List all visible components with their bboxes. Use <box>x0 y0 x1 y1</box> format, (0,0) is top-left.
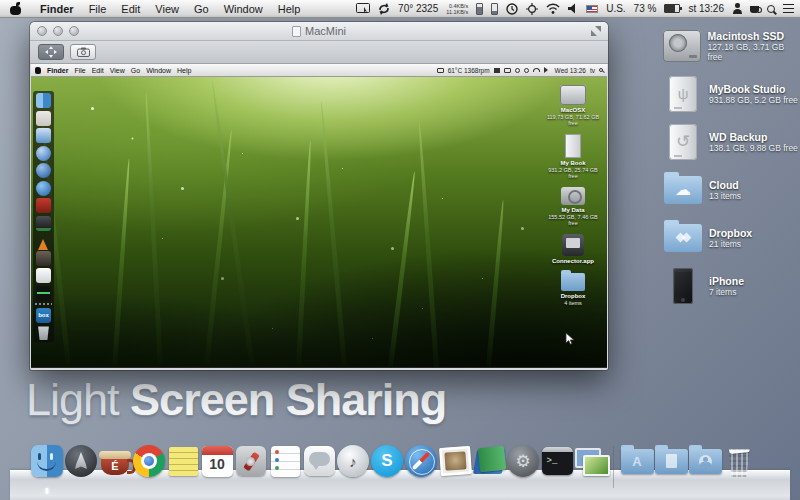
remote-wifi-icon[interactable] <box>533 68 540 72</box>
menu-go[interactable]: Go <box>194 3 209 15</box>
desktop-icon-mybook-studio[interactable]: ψ MyBook Studio 931.88 GB, 5.2 GB free <box>662 74 798 113</box>
user-switch-icon[interactable] <box>732 3 742 14</box>
menubar-clock[interactable]: st 13:26 <box>688 3 724 14</box>
dock-stickies-icon[interactable] <box>166 442 200 480</box>
remote-dock-trash-icon[interactable] <box>36 325 51 340</box>
dock-utility-icon[interactable] <box>234 442 268 480</box>
remote-dock-photos-icon[interactable] <box>36 251 51 266</box>
dock-books-icon[interactable] <box>472 442 506 480</box>
remote-timemachine-icon[interactable] <box>515 68 520 73</box>
dock-folder-applications-icon[interactable]: A <box>620 442 654 480</box>
remote-desktop-wallpaper[interactable]: box MacOSX 119.73 GB, 71.62 GB free My B… <box>31 77 607 367</box>
remote-menu-help[interactable]: Help <box>177 67 191 74</box>
dock-launchpad-icon[interactable] <box>64 442 98 480</box>
battery-percent[interactable]: 73 % <box>634 3 657 14</box>
remote-dock-chair-app-icon[interactable] <box>36 198 51 213</box>
dock-messages-icon[interactable] <box>302 442 336 480</box>
remote-volume-icon[interactable] <box>544 67 551 73</box>
dock-terminal-icon[interactable]: >_ <box>540 442 574 480</box>
remote-dock-box-icon[interactable]: box <box>36 308 51 323</box>
remote-menu-edit[interactable]: Edit <box>92 67 104 74</box>
screen-sharing-icon[interactable] <box>356 3 370 15</box>
dock-reminders-icon[interactable] <box>268 442 302 480</box>
network-speed-readout[interactable]: 0.4KB/s 11.1KB/s <box>446 3 468 15</box>
remote-menu-finder[interactable]: Finder <box>47 67 68 74</box>
dock-itunes-icon[interactable]: ♪ <box>336 442 370 480</box>
memory-meter-icon[interactable] <box>476 3 483 15</box>
remote-menu-file[interactable]: File <box>74 67 85 74</box>
remote-dock-mail-icon[interactable] <box>36 111 51 126</box>
remote-dock-appstore-icon[interactable] <box>36 163 51 178</box>
shared-screen[interactable]: Finder File Edit View Go Window Help 61°… <box>31 64 607 368</box>
remote-monitor-icon[interactable] <box>504 68 511 73</box>
remote-clock[interactable]: Wed 13:26 <box>555 67 586 74</box>
notification-list-icon[interactable] <box>783 4 794 13</box>
menu-view[interactable]: View <box>155 3 179 15</box>
remote-dock-itunes-icon[interactable] <box>36 146 51 161</box>
close-button[interactable] <box>37 26 47 36</box>
battery-icon[interactable] <box>664 4 680 13</box>
sync-arrows-icon[interactable] <box>378 3 390 15</box>
remote-menu-go[interactable]: Go <box>131 67 140 74</box>
temperature-fan-readout[interactable]: 70° 2325 <box>398 3 438 14</box>
dock-settings-icon[interactable]: ⚙ <box>506 442 540 480</box>
volume-icon[interactable] <box>568 3 578 14</box>
wifi-icon[interactable] <box>546 3 560 14</box>
dock-calendar-icon[interactable]: 10 <box>200 442 234 480</box>
remote-dock-chat-icon[interactable] <box>36 128 51 143</box>
remote-dock-safari-icon[interactable] <box>36 181 51 196</box>
remote-icon-connector[interactable]: Connector.app <box>543 234 603 265</box>
remote-menu-view[interactable]: View <box>110 67 125 74</box>
spotlight-icon[interactable] <box>767 5 775 13</box>
remote-display-icon[interactable] <box>437 68 444 73</box>
remote-dock-finder-icon[interactable] <box>36 93 51 108</box>
dock-finder-icon[interactable] <box>30 442 64 480</box>
desktop-icon-iphone[interactable]: iPhone 7 items <box>662 266 798 305</box>
desktop-icon-dropbox[interactable]: Dropbox 21 items <box>662 218 798 257</box>
desktop-icon-macintosh-ssd[interactable]: Macintosh SSD 127.18 GB, 3.71 GB free <box>662 26 798 65</box>
window-titlebar[interactable]: MacMini <box>30 22 608 41</box>
remote-tv-label[interactable]: tv <box>590 67 595 74</box>
remote-location-icon[interactable] <box>524 68 529 73</box>
remote-icon-mybook[interactable]: My Book 931.2 GB, 25.74 GB free <box>543 134 603 179</box>
remote-spotlight-icon[interactable] <box>599 68 603 72</box>
zoom-button[interactable] <box>69 26 79 36</box>
menu-file[interactable]: File <box>89 3 107 15</box>
remote-dock-tools-app-icon[interactable] <box>36 216 51 231</box>
time-machine-icon[interactable] <box>506 3 518 15</box>
dock-trash-icon[interactable] <box>722 442 756 480</box>
menu-help[interactable]: Help <box>278 3 301 15</box>
remote-sensors-readout[interactable]: 61°C 1368rpm <box>448 67 490 74</box>
dock-folder-documents-icon[interactable] <box>654 442 688 480</box>
remote-window-icon[interactable] <box>494 68 500 73</box>
dock-folder-downloads-icon[interactable] <box>688 442 722 480</box>
dock-mail-icon[interactable] <box>438 442 472 480</box>
remote-icon-mydata[interactable]: My Data 155.52 GB, 7.46 GB free <box>543 187 603 226</box>
fullscreen-arrows-icon[interactable] <box>591 26 601 36</box>
dock-chrome-icon[interactable] <box>132 442 166 480</box>
apple-menu-icon[interactable] <box>10 3 21 15</box>
remote-menubar[interactable]: Finder File Edit View Go Window Help 61°… <box>31 64 607 77</box>
menu-edit[interactable]: Edit <box>121 3 140 15</box>
remote-icon-macosx[interactable]: MacOSX 119.73 GB, 71.62 GB free <box>543 85 603 126</box>
dock-coffeecup-icon[interactable]: É <box>98 442 132 480</box>
fit-screen-button[interactable] <box>38 44 64 60</box>
dock-skype-icon[interactable]: S <box>370 442 404 480</box>
remote-dock[interactable]: box <box>33 91 54 342</box>
menu-window[interactable]: Window <box>224 3 263 15</box>
caffeine-cup-icon[interactable] <box>750 6 759 13</box>
us-flag-icon[interactable] <box>586 5 598 13</box>
keyboard-layout-label[interactable]: U.S. <box>606 3 625 14</box>
dock-safari-icon[interactable] <box>404 442 438 480</box>
remote-icon-dropbox[interactable]: Dropbox 4 items <box>543 273 603 306</box>
remote-dock-vlc-icon[interactable] <box>36 233 51 248</box>
remote-apple-menu-icon[interactable] <box>35 67 41 74</box>
disk-meter-icon[interactable] <box>491 3 498 15</box>
menu-finder[interactable]: Finder <box>40 3 74 15</box>
location-icon[interactable] <box>526 3 538 15</box>
capture-screen-button[interactable] <box>70 44 96 60</box>
minimize-button[interactable] <box>53 26 63 36</box>
remote-dock-audio-meter-icon[interactable] <box>36 286 51 301</box>
remote-menu-window[interactable]: Window <box>146 67 171 74</box>
dock-screen-sharing-icon[interactable] <box>574 442 608 480</box>
